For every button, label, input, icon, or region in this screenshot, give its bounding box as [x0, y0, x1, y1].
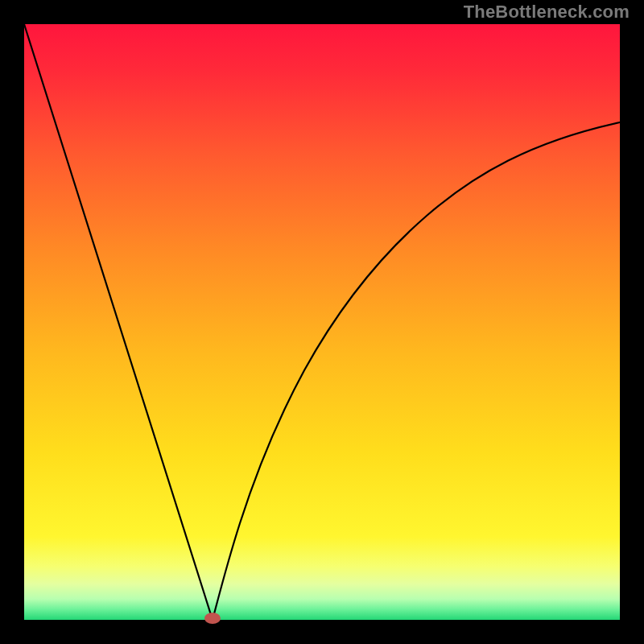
bottleneck-chart [0, 0, 644, 644]
plot-background [24, 24, 620, 620]
watermark-text: TheBottleneck.com [464, 2, 630, 23]
chart-frame: TheBottleneck.com [0, 0, 644, 644]
trough-marker [204, 613, 221, 624]
